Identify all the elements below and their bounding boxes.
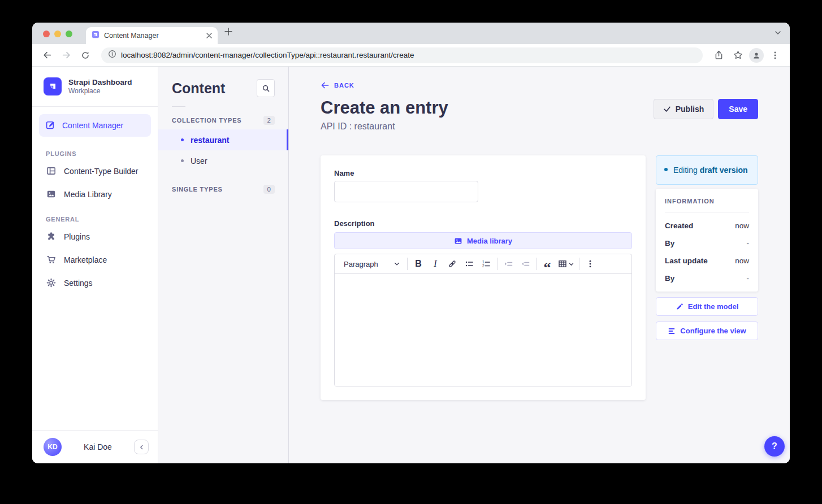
browser-tab[interactable]: Content Manager [86,27,218,44]
site-info-icon[interactable] [108,50,116,60]
page-title: Create an entry [321,98,448,118]
sidebar-item-label: Content Manager [62,121,123,130]
zoom-window-button[interactable] [66,31,72,37]
outdent-button[interactable] [517,256,534,272]
indent-button[interactable] [500,256,517,272]
kebab-menu-icon [586,259,595,268]
strapi-app: Strapi Dashboard Workplace Content Manag… [32,67,790,463]
sidebar-item-plugins[interactable]: Plugins [32,225,158,248]
sidebar-item-label: Media Library [64,190,112,199]
italic-button[interactable]: I [427,256,444,272]
back-nav-icon[interactable] [39,47,55,63]
help-button[interactable]: ? [764,436,785,457]
indent-icon [504,259,513,268]
single-types-title: SINGLE TYPES [172,186,223,193]
back-link[interactable]: BACK [321,81,354,90]
browser-profile-avatar[interactable] [749,48,764,63]
toolbar-divider [536,258,537,270]
share-icon[interactable] [711,47,726,63]
browser-menu-icon[interactable] [767,47,783,63]
bullet-list-icon [465,259,474,268]
pen-icon [46,120,55,131]
entry-aside: Editing draft version INFORMATION Create… [656,155,758,340]
save-button[interactable]: Save [718,99,758,119]
edit-model-button[interactable]: Edit the model [656,297,758,316]
user-avatar[interactable]: KD [44,438,62,456]
search-button[interactable] [257,79,275,97]
description-editor-area[interactable] [335,274,631,386]
bullet-icon [181,138,184,141]
sidebar-item-content-type-builder[interactable]: Content-Type Builder [32,159,158,183]
sidebar-item-label: Marketplace [64,255,107,264]
desktop-background: Content Manager [0,0,822,504]
api-id-subtitle: API ID : restaurant [321,121,448,132]
information-card: INFORMATION Created now By - L [656,189,758,292]
blockquote-button[interactable]: “ [539,256,556,272]
reload-icon[interactable] [77,47,93,63]
configure-view-button[interactable]: Configure the view [656,321,758,340]
toolbar-divider [579,258,579,270]
paragraph-style-select[interactable]: Paragraph [337,260,405,268]
bullet-icon [181,159,184,162]
bookmark-star-icon[interactable] [730,47,746,63]
image-icon [454,237,462,245]
minimize-window-button[interactable] [54,31,61,37]
sidebar-item-marketplace[interactable]: Marketplace [32,248,158,271]
check-icon [663,105,671,113]
sidebar-spacer [32,294,158,430]
svg-text:1: 1 [482,260,484,264]
collection-types-title: COLLECTION TYPES [172,117,241,124]
table-button[interactable] [556,259,577,268]
description-field-label: Description [334,219,632,228]
bold-button[interactable]: B [410,256,427,272]
editor-toolbar: Paragraph B I [335,254,631,274]
configure-icon [668,327,676,335]
more-options-button[interactable] [582,256,599,272]
url-text: localhost:8082/admin/content-manager/col… [121,51,414,59]
sidebar-footer: KD Kai Doe [32,430,158,463]
sidebar-section-plugins: PLUGINS [46,150,158,157]
new-tab-button[interactable] [224,28,232,36]
information-title: INFORMATION [665,198,749,205]
sidebar-item-media-library[interactable]: Media Library [32,183,158,206]
image-icon [46,189,56,199]
numbered-list-button[interactable]: 12 [478,256,495,272]
sidebar-section-general: GENERAL [46,216,158,223]
content-subnav: Content COLLECTION TYPES 2 restaurant U [158,67,289,463]
subnav-item-label: User [191,157,207,166]
link-icon [448,259,457,268]
sidebar-item-label: Settings [64,279,93,288]
name-field-label: Name [334,169,632,177]
subnav-item-restaurant[interactable]: restaurant [158,129,288,150]
subnav-item-user[interactable]: User [158,150,288,171]
workspace-subtitle: Workplace [68,87,132,95]
outdent-icon [521,259,530,268]
sidebar-item-label: Plugins [64,232,90,241]
bullet-list-button[interactable] [461,256,478,272]
address-bar[interactable]: localhost:8082/admin/content-manager/col… [101,47,703,63]
sidebar-item-content-manager[interactable]: Content Manager [39,114,151,137]
chevron-down-icon [568,261,574,267]
single-types-count-badge: 0 [263,185,275,194]
sidebar-divider [32,106,158,107]
publish-button[interactable]: Publish [654,99,714,119]
toolbar-divider [407,258,408,270]
name-input[interactable] [334,181,478,202]
svg-text:2: 2 [482,264,484,268]
close-window-button[interactable] [43,31,50,37]
link-button[interactable] [444,256,461,272]
workspace-switcher[interactable]: Strapi Dashboard Workplace [32,67,158,106]
draft-dot-icon [664,168,668,171]
tab-search-chevron-icon[interactable] [774,29,782,37]
forward-nav-icon[interactable] [58,47,74,63]
browser-toolbar: localhost:8082/admin/content-manager/col… [32,44,790,67]
gear-icon [46,278,56,288]
media-library-button[interactable]: Media library [334,232,632,249]
rich-text-editor: Paragraph B I [334,254,632,386]
collapse-sidebar-button[interactable] [134,440,149,454]
collection-types-count-badge: 2 [263,116,275,125]
layout-icon [46,166,56,176]
sidebar-item-settings[interactable]: Settings [32,271,158,294]
tab-title: Content Manager [104,32,202,40]
tab-close-icon[interactable] [206,33,212,38]
